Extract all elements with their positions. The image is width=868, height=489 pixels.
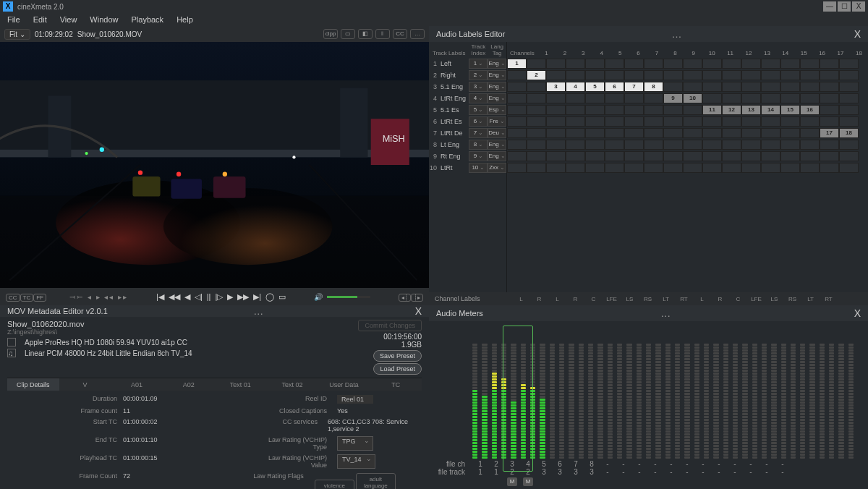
menu-file[interactable]: File <box>7 15 20 24</box>
tab-tc[interactable]: TC <box>370 378 422 391</box>
channel-cell[interactable] <box>585 70 605 80</box>
channel-cell[interactable] <box>585 105 605 115</box>
channel-cell[interactable] <box>800 163 820 173</box>
channel-cell[interactable]: 2 <box>527 70 546 80</box>
toolbar-icon[interactable]: ⫴ <box>375 29 390 39</box>
channel-cell[interactable] <box>566 116 585 127</box>
channel-cell[interactable]: 3 <box>546 82 566 92</box>
channel-cell[interactable] <box>624 105 644 115</box>
channel-cell[interactable] <box>683 128 702 138</box>
track-name[interactable]: 5.1 Es <box>439 106 469 114</box>
channel-cell[interactable] <box>683 105 702 115</box>
channel-cell[interactable] <box>546 93 566 103</box>
channel-cell[interactable] <box>722 93 741 103</box>
channel-cell[interactable] <box>507 116 527 127</box>
channel-cell[interactable] <box>702 59 722 69</box>
channel-cell[interactable] <box>605 116 624 127</box>
transport-button[interactable]: ◀◀ <box>169 292 180 302</box>
track-name[interactable]: 5.1 Eng <box>439 83 469 90</box>
track-name[interactable]: Lt Eng <box>439 141 469 148</box>
channel-cell[interactable] <box>741 59 761 69</box>
mute-solo-button[interactable]: M <box>523 477 533 486</box>
channel-cell[interactable] <box>644 140 663 150</box>
channel-cell[interactable] <box>605 93 624 103</box>
channel-cell[interactable] <box>722 140 741 150</box>
channel-cell[interactable] <box>624 163 644 173</box>
track-lang-select[interactable]: Esp <box>488 105 506 115</box>
channel-cell[interactable] <box>566 59 585 69</box>
channel-cell[interactable]: 9 <box>663 93 683 103</box>
channel-cell[interactable] <box>722 59 741 69</box>
channel-cell[interactable] <box>741 163 761 173</box>
channel-cell[interactable]: 18 <box>839 128 859 138</box>
channel-cell[interactable] <box>820 116 839 127</box>
track-index-select[interactable]: 10 <box>469 163 488 173</box>
channel-cell[interactable] <box>585 140 605 150</box>
badge-tc[interactable]: TC <box>20 294 34 302</box>
close-icon[interactable]: X <box>415 305 422 317</box>
channel-cell[interactable]: 17 <box>820 128 839 138</box>
channel-cell[interactable] <box>722 163 741 173</box>
track-index-select[interactable]: 3 <box>469 82 488 92</box>
channel-cell[interactable] <box>527 163 546 173</box>
track-name[interactable]: Rt Eng <box>439 153 469 160</box>
menu-help[interactable]: Help <box>176 15 193 24</box>
channel-cell[interactable] <box>683 59 702 69</box>
channel-cell[interactable] <box>546 59 566 69</box>
transport-button[interactable]: |▷ <box>215 292 223 302</box>
channel-cell[interactable]: 14 <box>761 105 780 115</box>
track-lang-select[interactable]: Fre <box>488 116 506 127</box>
channel-cell[interactable] <box>761 59 780 69</box>
channel-cell[interactable] <box>683 151 702 161</box>
channel-cell[interactable] <box>527 151 546 161</box>
channel-cell[interactable] <box>507 93 527 103</box>
channel-cell[interactable] <box>820 140 839 150</box>
menu-edit[interactable]: Edit <box>33 15 47 24</box>
channel-cell[interactable] <box>761 93 780 103</box>
channel-cell[interactable] <box>507 140 527 150</box>
channel-cell[interactable] <box>527 140 546 150</box>
track-lang-select[interactable]: Eng <box>488 59 506 69</box>
track-name[interactable]: LtRt Eng <box>439 95 469 102</box>
transport-button[interactable]: ▶▶ <box>237 292 249 302</box>
channel-cell[interactable] <box>780 116 800 127</box>
channel-cell[interactable] <box>722 151 741 161</box>
channel-cell[interactable]: 10 <box>683 93 702 103</box>
transport-button[interactable]: |◀ <box>156 292 164 302</box>
channel-cell[interactable] <box>820 93 839 103</box>
channel-cell[interactable] <box>546 128 566 138</box>
channel-cell[interactable] <box>566 140 585 150</box>
channel-cell[interactable] <box>527 93 546 103</box>
channel-cell[interactable] <box>566 151 585 161</box>
transport-button[interactable]: || <box>207 292 211 301</box>
channel-cell[interactable] <box>507 70 527 80</box>
channel-cell[interactable] <box>780 59 800 69</box>
track-name[interactable]: Left <box>439 60 469 67</box>
channel-cell[interactable] <box>761 116 780 127</box>
channel-cell[interactable] <box>741 128 761 138</box>
channel-cell[interactable] <box>663 82 683 92</box>
channel-cell[interactable] <box>800 70 820 80</box>
channel-cell[interactable] <box>722 82 741 92</box>
channel-cell[interactable] <box>702 151 722 161</box>
channel-cell[interactable] <box>644 105 663 115</box>
channel-cell[interactable] <box>546 163 566 173</box>
select[interactable]: TV_14 <box>337 454 375 469</box>
select[interactable]: TPG <box>337 436 373 451</box>
channel-cell[interactable] <box>605 140 624 150</box>
channel-cell[interactable] <box>605 151 624 161</box>
channel-cell[interactable] <box>702 82 722 92</box>
channel-cell[interactable] <box>780 140 800 150</box>
channel-cell[interactable]: 11 <box>702 105 722 115</box>
channel-cell[interactable] <box>839 59 859 69</box>
tab-clip-details[interactable]: Clip Details <box>7 378 59 391</box>
flag-button[interactable]: violence <box>315 480 354 489</box>
track-index-select[interactable]: 1 <box>469 59 488 69</box>
channel-cell[interactable] <box>839 82 859 92</box>
channel-cell[interactable] <box>624 128 644 138</box>
channel-cell[interactable] <box>605 105 624 115</box>
channel-cell[interactable] <box>527 59 546 69</box>
track-index-select[interactable]: 7 <box>469 128 488 138</box>
channel-cell[interactable] <box>761 151 780 161</box>
channel-cell[interactable] <box>722 70 741 80</box>
